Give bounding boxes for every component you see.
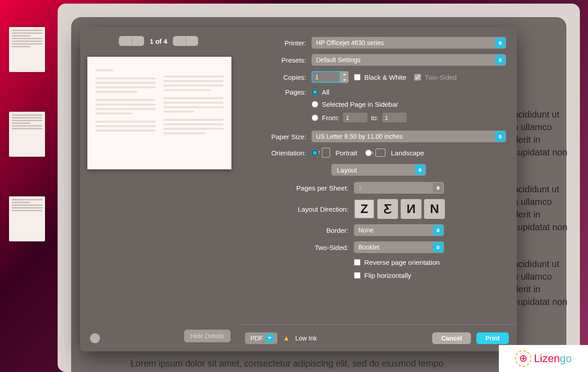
pdf-dropdown-button[interactable]: PDF [245, 332, 277, 344]
background-lorem-text: Lorem ipsum dolor sit amet, consectetur … [131, 358, 536, 369]
print-button[interactable]: Print [476, 332, 509, 344]
pages-from-label: From: [322, 114, 339, 122]
cancel-button[interactable]: Cancel [432, 332, 471, 344]
last-page-button[interactable] [185, 36, 198, 46]
dialog-footer: PDF ▲ Low Ink Cancel Print [237, 324, 517, 351]
pages-from-input[interactable] [343, 113, 367, 122]
prev-page-button[interactable] [131, 36, 144, 46]
two-sided-checkbox [414, 74, 421, 81]
warning-icon: ▲ [283, 334, 290, 342]
first-page-button[interactable] [119, 36, 131, 46]
two-sided-select[interactable]: Booklet [354, 241, 444, 253]
layout-direction-group: Z Ƹ И N [354, 199, 445, 219]
paper-size-select[interactable]: US Letter 8.50 by 11.00 inches [312, 131, 506, 142]
chevron-updown-icon [495, 55, 505, 65]
pages-to-label: to: [371, 114, 379, 122]
pages-selected-label: Selected Page in Sidebar [322, 100, 398, 108]
print-dialog: 1 of 4 Hide Details Printer: HP Officeje… [80, 27, 517, 351]
chevron-updown-icon [495, 38, 505, 48]
black-white-checkbox[interactable] [354, 74, 361, 81]
globe-icon: ⊕ [515, 350, 531, 367]
orientation-landscape-radio[interactable] [365, 150, 372, 156]
page-thumbnail[interactable] [9, 112, 45, 157]
presets-label: Presets: [241, 56, 312, 64]
page-indicator: 1 of 4 [149, 37, 167, 45]
page-preview [87, 57, 231, 169]
black-white-label: Black & White [364, 73, 406, 81]
pages-from-radio[interactable] [312, 114, 318, 121]
layout-dir-n-icon[interactable]: И [401, 199, 421, 219]
border-select[interactable]: None [354, 224, 444, 236]
page-thumbnail-sidebar [0, 18, 54, 369]
background-document-text: ncididunt utn ullamcoderit incupidatat n… [513, 108, 588, 332]
options-pane: Printer: HP Officejet 4630 series Preset… [237, 27, 517, 351]
hide-details-button[interactable]: Hide Details [184, 330, 231, 342]
orientation-landscape-label: Landscape [391, 149, 424, 157]
pages-all-radio[interactable] [312, 89, 318, 95]
pages-label: Pages: [241, 88, 312, 96]
layout-dir-nr-icon[interactable]: N [424, 199, 445, 219]
watermark-logo: ⊕ Lizengo [499, 345, 588, 372]
next-page-button[interactable] [173, 36, 185, 46]
reverse-orientation-checkbox[interactable] [354, 259, 361, 266]
chevron-updown-icon [433, 242, 443, 252]
flip-horizontally-label: Flip horizontally [364, 272, 411, 279]
portrait-icon [322, 148, 330, 158]
orientation-portrait-radio[interactable] [312, 150, 318, 156]
pages-per-sheet-label: Pages per Sheet: [241, 184, 354, 192]
layout-direction-label: Layout Direction: [241, 205, 354, 213]
orientation-portrait-label: Portrait [335, 149, 357, 157]
copies-stepper[interactable] [340, 71, 348, 83]
preview-pane: 1 of 4 Hide Details [80, 27, 237, 351]
orientation-label: Orientation: [241, 149, 312, 157]
flip-horizontally-checkbox[interactable] [354, 272, 361, 279]
pages-selected-radio[interactable] [312, 101, 318, 108]
two-sided-label: Two-Sided [425, 73, 457, 81]
paper-size-label: Paper Size: [241, 133, 312, 141]
low-ink-label: Low Ink [295, 335, 317, 342]
pages-to-input[interactable] [382, 113, 407, 122]
layout-dir-zr-icon[interactable]: Ƹ [377, 199, 398, 219]
chevron-updown-icon [415, 165, 425, 175]
border-label: Border: [241, 227, 354, 234]
presets-select[interactable]: Default Settings [312, 54, 506, 66]
copies-label: Copies: [241, 73, 312, 81]
two-sided-select-label: Two-Sided: [241, 244, 354, 251]
printer-select[interactable]: HP Officejet 4630 series [312, 37, 506, 49]
printer-label: Printer: [241, 39, 312, 47]
chevron-updown-icon [433, 225, 443, 235]
chevron-updown-icon [433, 183, 443, 193]
landscape-icon [375, 149, 385, 157]
chevron-updown-icon [495, 132, 505, 141]
next-page-segment[interactable] [173, 36, 198, 46]
pages-per-sheet-select[interactable]: 2 [354, 182, 444, 194]
prev-page-segment[interactable] [119, 36, 144, 46]
chevron-down-icon [266, 334, 274, 342]
page-thumbnail[interactable] [9, 196, 45, 241]
pages-all-label: All [322, 88, 330, 96]
copies-input[interactable] [312, 71, 340, 83]
section-select[interactable]: Layout [331, 164, 426, 176]
page-thumbnail[interactable] [9, 27, 45, 72]
reverse-orientation-label: Reverse page orientation [364, 259, 440, 266]
layout-dir-z-icon[interactable]: Z [354, 199, 375, 219]
info-icon[interactable] [90, 333, 100, 343]
